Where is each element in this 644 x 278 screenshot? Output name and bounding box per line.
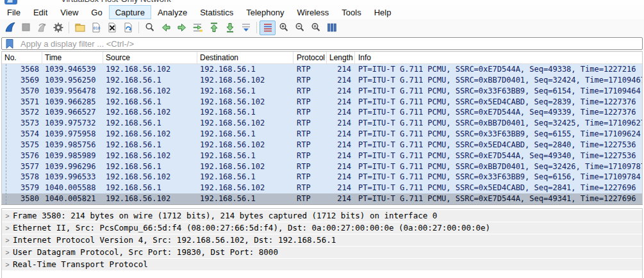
packet-time: 1039.985989 [42, 151, 103, 161]
packet-protocol: RTP [293, 193, 327, 204]
detail-line[interactable]: > User Datagram Protocol, Src Port: 1983… [2, 247, 642, 258]
menu-item[interactable]: Analyze [151, 5, 194, 19]
packet-no: 3575 [2, 140, 42, 151]
expand-chevron-icon[interactable]: > [3, 247, 12, 258]
menu-item[interactable]: Telephony [240, 5, 290, 19]
packet-source: 192.168.56.1 [103, 97, 197, 108]
packet-row[interactable]: 3571 1039.966285 192.168.56.1 192.168.56… [2, 97, 642, 108]
auto-scroll-button[interactable] [238, 20, 254, 35]
menu-item[interactable]: Wireless [290, 5, 335, 19]
packet-time: 1039.975732 [42, 118, 103, 129]
packet-time: 1039.966285 [42, 97, 103, 108]
packet-destination: 192.168.56.102 [197, 75, 293, 86]
menu-item[interactable]: Go [85, 5, 108, 19]
close-file-icon [106, 22, 118, 33]
go-to-packet-button[interactable] [190, 20, 206, 35]
packet-row[interactable]: 3576 1039.985989 192.168.56.102 192.168.… [2, 151, 642, 161]
resize-columns-icon [326, 22, 338, 33]
detail-line[interactable]: > Frame 3580: 214 bytes on wire (1712 bi… [2, 210, 642, 222]
menu-item[interactable]: View [54, 5, 85, 19]
packet-no: 3568 [2, 64, 42, 75]
zoom-reset-icon [310, 22, 322, 33]
display-filter-field[interactable] [1, 37, 643, 50]
capture-options-button[interactable] [50, 20, 66, 35]
expand-chevron-icon[interactable]: > [3, 259, 12, 270]
packet-row[interactable]: 3573 1039.975732 192.168.56.1 192.168.56… [2, 118, 642, 129]
menu-item[interactable]: Edit [27, 5, 54, 19]
detail-line[interactable]: > Ethernet II, Src: PcsCompu_66:5d:f4 (0… [2, 222, 642, 234]
filter-bookmark-icon[interactable] [4, 38, 15, 49]
packet-row[interactable]: 3578 1039.996533 192.168.56.102 192.168.… [2, 172, 642, 183]
colorize-packets-icon [262, 22, 274, 33]
packet-source: 192.168.56.102 [103, 129, 197, 140]
menu-item[interactable]: File [1, 5, 27, 19]
column-header-source[interactable]: Source [103, 52, 197, 63]
menu-item[interactable]: Tools [335, 5, 367, 19]
zoom-in-button[interactable] [276, 20, 292, 35]
go-forward-button[interactable] [174, 20, 190, 35]
menu-item[interactable]: Help [368, 5, 398, 19]
svg-text:010: 010 [93, 26, 100, 30]
start-capture-button[interactable] [2, 20, 18, 35]
packet-row[interactable]: 3577 1039.996296 192.168.56.1 192.168.56… [2, 161, 642, 172]
packet-row[interactable]: 3572 1039.966527 192.168.56.102 192.168.… [2, 107, 642, 118]
display-filter-input[interactable] [19, 38, 642, 49]
packet-row[interactable]: 3575 1039.985756 192.168.56.1 192.168.56… [2, 140, 642, 151]
restart-capture-button[interactable] [34, 20, 50, 35]
detail-line[interactable]: > Internet Protocol Version 4, Src: 192.… [2, 234, 642, 246]
packet-length: 214 [327, 161, 355, 172]
menu-item[interactable]: Statistics [194, 5, 240, 19]
expand-chevron-icon[interactable]: > [3, 210, 12, 222]
column-header-destination[interactable]: Destination [197, 52, 293, 63]
packet-length: 214 [327, 183, 355, 193]
zoom-out-button[interactable] [292, 20, 308, 35]
reload-file-button[interactable] [120, 20, 136, 35]
expand-chevron-icon[interactable]: > [3, 234, 12, 246]
packet-row[interactable]: 3579 1040.005588 192.168.56.1 192.168.56… [2, 183, 642, 193]
packet-info: PT=ITU-T G.711 PCMU, SSRC=0x33F63BB9, Se… [355, 129, 642, 140]
detail-line-text: Real-Time Transport Protocol [13, 259, 148, 270]
packet-source: 192.168.56.1 [103, 75, 197, 86]
packet-row[interactable]: 3580 1040.005821 192.168.56.102 192.168.… [2, 193, 642, 204]
save-file-button[interactable]: 010 [88, 20, 104, 35]
packet-source: 192.168.56.102 [103, 86, 197, 97]
packet-time: 1040.005821 [42, 193, 103, 204]
open-file-button[interactable] [72, 20, 88, 35]
column-header-info[interactable]: Info [355, 52, 642, 63]
main-toolbar: 010 [0, 19, 644, 36]
zoom-reset-button[interactable] [308, 20, 324, 35]
resize-columns-button[interactable] [324, 20, 340, 35]
expand-chevron-icon[interactable]: > [3, 222, 12, 234]
packet-destination: 192.168.56.102 [197, 118, 293, 129]
packet-row[interactable]: 3570 1039.956478 192.168.56.102 192.168.… [2, 86, 642, 97]
packet-details-pane: > Frame 3580: 214 bytes on wire (1712 bi… [1, 208, 643, 278]
stop-capture-icon [21, 22, 32, 33]
go-first-icon [208, 22, 220, 33]
column-header-no[interactable]: No. [2, 52, 42, 63]
toolbar-separator [256, 22, 257, 33]
column-header-length[interactable]: Length [327, 52, 355, 63]
packet-length: 214 [327, 64, 355, 75]
go-back-button[interactable] [158, 20, 174, 35]
stop-capture-button[interactable] [18, 20, 34, 35]
packet-destination: 192.168.56.1 [197, 193, 293, 204]
close-file-button[interactable] [104, 20, 120, 35]
menu-item[interactable]: Capture [109, 5, 151, 19]
packet-row[interactable]: 3569 1039.956250 192.168.56.1 192.168.56… [2, 75, 642, 86]
colorize-packets-button[interactable] [260, 20, 276, 35]
packet-source: 192.168.56.1 [103, 161, 197, 172]
column-header-time[interactable]: Time [42, 52, 103, 63]
packet-row[interactable]: 3568 1039.946539 192.168.56.102 192.168.… [2, 64, 642, 75]
column-header-protocol[interactable]: Protocol [293, 52, 327, 63]
packet-source: 192.168.56.102 [103, 193, 197, 204]
zoom-in-icon [278, 22, 290, 33]
go-first-button[interactable] [206, 20, 222, 35]
find-packet-button[interactable] [142, 20, 158, 35]
packet-row[interactable]: 3574 1039.975958 192.168.56.102 192.168.… [2, 129, 642, 140]
go-last-button[interactable] [222, 20, 238, 35]
packet-protocol: RTP [293, 140, 327, 151]
detail-line-text: User Datagram Protocol, Src Port: 19830,… [13, 247, 278, 258]
filter-bar [0, 36, 644, 51]
detail-line[interactable]: > Real-Time Transport Protocol [2, 259, 642, 270]
reload-file-icon [122, 22, 134, 33]
